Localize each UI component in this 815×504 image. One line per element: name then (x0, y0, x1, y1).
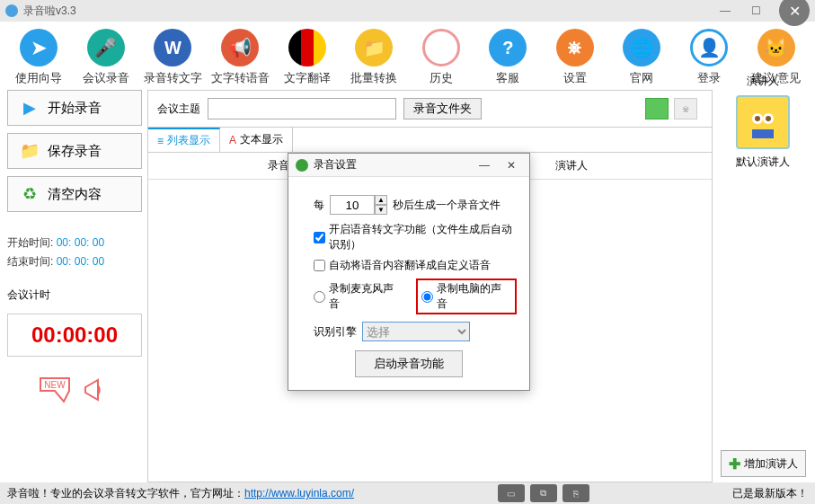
recording-settings-dialog: 录音设置 — ✕ 每 ▲ ▼ 秒后生成一个录音文件 开启语音转文字功能（文件生成… (288, 153, 530, 391)
highlighted-option: 录制电脑的声音 (416, 279, 517, 314)
big-button-1[interactable]: 📁保存录音 (7, 133, 142, 169)
svg-point-4 (755, 116, 760, 121)
status-right: 已是最新版本！ (732, 486, 808, 501)
toolbar-label: 使用向导 (15, 70, 62, 86)
big-button-0[interactable]: ▶开始录音 (7, 90, 142, 126)
speaker-avatar[interactable] (736, 95, 790, 149)
maximize-button[interactable]: ☐ (743, 2, 768, 20)
meeting-topic-input[interactable] (208, 98, 396, 119)
auto-translate-label: 自动将语音内容翻译成自定义语音 (329, 258, 491, 273)
engine-select[interactable]: 选择 (362, 322, 470, 341)
svg-text:NEW: NEW (44, 380, 66, 390)
tab-label: 列表显示 (167, 133, 210, 148)
status-bar: 录音啦！专业的会议录音转文字软件，官方网址： http://www.luyinl… (0, 482, 815, 504)
tab-0[interactable]: ≡列表显示 (148, 128, 220, 152)
speaker-section-label: 演讲人 (747, 74, 779, 89)
big-button-icon: 📁 (19, 140, 40, 162)
status-icon-2[interactable]: ⧉ (530, 484, 557, 502)
dialog-minimize-button[interactable]: — (474, 159, 495, 172)
toolbar-label: 官网 (630, 70, 653, 86)
left-panel: ▶开始录音📁保存录音♻清空内容 开始时间: 00: 00: 00 结束时间: 0… (7, 90, 142, 482)
toolbar-icon: ? (489, 29, 527, 66)
toolbar-icon: ⛯ (556, 29, 594, 66)
engine-label: 识别引擎 (314, 324, 357, 340)
tab-icon: ≡ (157, 135, 164, 147)
toolbar-item-3[interactable]: 📢文字转语音 (210, 29, 270, 86)
status-icon-3[interactable]: ⎘ (563, 484, 589, 502)
recording-folder-button[interactable]: 录音文件夹 (403, 98, 482, 119)
new-badge-icon[interactable]: NEW (37, 376, 73, 403)
seconds-spinner: ▲ ▼ (330, 195, 387, 215)
add-speaker-label: 增加演讲人 (744, 456, 798, 472)
toolbar-item-10[interactable]: 👤登录 (679, 29, 740, 86)
default-speaker-label: 默认演讲人 (736, 155, 790, 170)
toolbar-icon (288, 29, 326, 66)
tab-1[interactable]: A文本显示 (220, 128, 293, 152)
toolbar-item-1[interactable]: 🎤会议录音 (76, 29, 137, 86)
big-button-2[interactable]: ♻清空内容 (7, 176, 142, 212)
record-computer-label: 录制电脑的声音 (437, 281, 511, 312)
toolbar-icon: 🌐 (623, 29, 660, 66)
status-icon-1[interactable]: ▭ (498, 484, 525, 502)
toolbar-item-9[interactable]: 🌐官网 (612, 29, 672, 86)
left-extras: NEW (7, 371, 142, 409)
toolbar-icon: 📢 (221, 29, 259, 66)
toolbar-item-7[interactable]: ?客服 (478, 29, 538, 86)
toolbar-icon: ➤ (20, 29, 58, 66)
start-recording-button[interactable]: 启动录音功能 (355, 350, 463, 377)
title-bar: 录音啦v3.3 — ☐ ✕ (0, 0, 815, 22)
view-toggle: ※ (645, 98, 697, 119)
seconds-input[interactable] (330, 195, 375, 215)
toolbar-item-2[interactable]: W录音转文字 (143, 29, 203, 86)
dialog-icon (296, 159, 308, 172)
dialog-titlebar: 录音设置 — ✕ (288, 154, 529, 177)
toolbar-item-4[interactable]: 文字翻译 (277, 29, 337, 86)
toolbar-icon: ↺ (422, 29, 460, 66)
toolbar-icon: 🐱 (757, 29, 795, 66)
toolbar-item-0[interactable]: ➤使用向导 (9, 29, 69, 86)
toolbar-label: 会议录音 (83, 70, 129, 86)
meeting-topic-label: 会议主题 (157, 102, 200, 117)
toolbar-icon: 👤 (690, 29, 728, 66)
add-speaker-button[interactable]: ✚ 增加演讲人 (721, 450, 806, 477)
toolbar-icon: 🎤 (87, 29, 125, 66)
every-label: 每 (314, 198, 324, 213)
toolbar-item-5[interactable]: 📁批量转换 (344, 29, 404, 86)
big-button-icon: ▶ (19, 97, 40, 119)
after-label: 秒后生成一个录音文件 (393, 198, 501, 213)
record-computer-radio[interactable] (421, 291, 433, 303)
toggle-off[interactable]: ※ (674, 98, 697, 119)
status-text: 录音啦！专业的会议录音转文字软件，官方网址： (7, 486, 244, 501)
toolbar-icon: W (154, 29, 191, 66)
time-section: 开始时间: 00: 00: 00 结束时间: 00: 00: 00 (7, 232, 142, 273)
toggle-on[interactable] (645, 98, 669, 119)
dialog-body: 每 ▲ ▼ 秒后生成一个录音文件 开启语音转文字功能（文件生成后自动识别） 自动… (288, 177, 529, 390)
record-computer-option[interactable]: 录制电脑的声音 (421, 281, 511, 312)
meeting-timer-value: 00:00:00 (7, 314, 142, 357)
toolbar-label: 批量转换 (350, 70, 397, 86)
status-link[interactable]: http://www.luyinla.com/ (244, 487, 354, 500)
toolbar-item-6[interactable]: ↺历史 (411, 29, 471, 86)
record-mic-option[interactable]: 录制麦克风声音 (314, 281, 403, 312)
app-logo-icon (5, 4, 18, 17)
tab-bar: ≡列表显示A文本显示 (148, 127, 712, 153)
spinner-up-button[interactable]: ▲ (375, 195, 387, 205)
auto-translate-checkbox[interactable] (314, 260, 325, 271)
toolbar-item-8[interactable]: ⛯设置 (545, 29, 606, 86)
minimize-button[interactable]: — (713, 2, 738, 20)
tab-label: 文本显示 (240, 132, 283, 147)
toolbar-label: 设置 (563, 70, 587, 86)
enable-transcription-checkbox[interactable] (314, 232, 325, 243)
main-panel-header: 会议主题 录音文件夹 ※ (148, 91, 712, 127)
dialog-close-button[interactable]: ✕ (501, 159, 522, 172)
big-button-label: 清空内容 (48, 186, 102, 203)
megaphone-icon[interactable] (82, 376, 112, 403)
record-mic-radio[interactable] (314, 291, 325, 303)
spinner-down-button[interactable]: ▼ (375, 205, 387, 215)
big-button-label: 保存录音 (48, 143, 102, 160)
record-mic-label: 录制麦克风声音 (329, 281, 403, 312)
big-button-icon: ♻ (19, 183, 40, 205)
big-button-label: 开始录音 (48, 100, 102, 117)
end-time-label: 结束时间: (7, 255, 53, 268)
toolbar-label: 文字翻译 (284, 70, 331, 86)
